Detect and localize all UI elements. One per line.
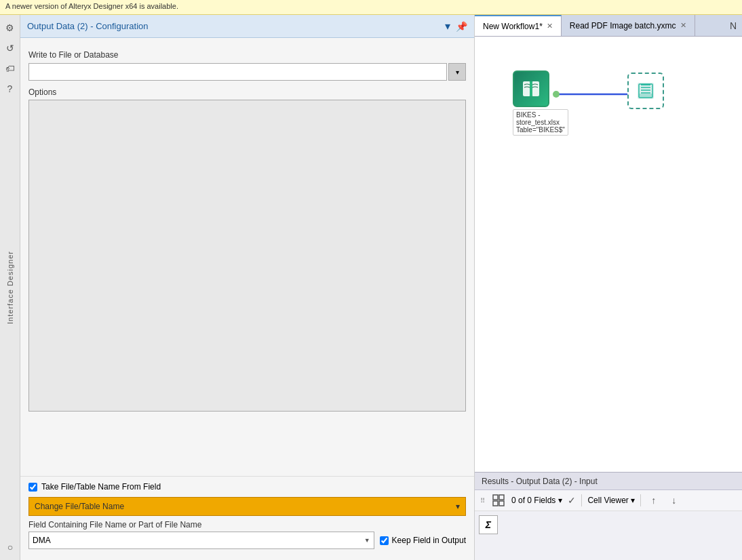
output-svg [635, 80, 657, 102]
grid-icon[interactable] [491, 493, 506, 508]
svg-rect-12 [639, 94, 652, 98]
file-dropdown-button[interactable]: ▾ [448, 63, 466, 81]
take-file-checkbox[interactable] [28, 483, 37, 492]
cell-viewer-dropdown[interactable]: Cell Viewer ▾ [587, 496, 634, 505]
sigma-button[interactable]: Σ [479, 515, 498, 534]
gear-icon[interactable]: ⚙ [3, 20, 18, 35]
config-pin-icon[interactable]: 📌 [456, 21, 467, 32]
field-select[interactable]: DMA [28, 532, 374, 549]
input-node-label: BIKES - store_test.xlsx Table="BIKES$" [513, 109, 568, 136]
svg-rect-3 [523, 81, 530, 96]
options-label: Options [28, 87, 466, 97]
results-header-text: Results - Output Data (2) - Input [482, 477, 598, 486]
tag-icon[interactable]: 🏷 [3, 61, 18, 76]
toolbar-divider2 [640, 494, 641, 506]
node-label-line2: store_test.xlsx [516, 119, 565, 126]
node-label-line1: BIKES - [516, 111, 565, 119]
write-to-label: Write to File or Database [28, 50, 466, 60]
keep-field-label: Keep Field in Output [392, 536, 466, 545]
banner-text: A newer version of Alteryx Designer x64 … [5, 2, 178, 10]
left-sidebar: Interface Designer ⚙ ↺ 🏷 ? ○ [0, 15, 20, 560]
fields-dropdown-arrow: ▾ [558, 496, 562, 505]
drag-handle: ⠿ [480, 496, 486, 506]
config-title: Output Data (2) - Configuration [27, 21, 148, 31]
field-containing-row: Field Containing File Name or Part of Fi… [28, 520, 466, 549]
change-file-label: Change File/Table Name [35, 502, 124, 511]
check-icon[interactable]: ✓ [568, 495, 576, 506]
svg-rect-5 [530, 81, 532, 96]
output-node[interactable] [627, 73, 664, 109]
change-file-dropdown[interactable]: Change File/Table Name ▾ [28, 497, 466, 516]
change-file-chevron: ▾ [456, 502, 460, 511]
file-input[interactable] [28, 63, 447, 81]
tab-read-pdf-label: Read PDF Image batch.yxmc [570, 21, 676, 31]
tab-more-icon[interactable]: N [724, 15, 742, 36]
bottom-section: Take File/Table Name From Field Change F… [20, 476, 474, 560]
book-svg [520, 78, 542, 100]
sidebar-label: Interface Designer [6, 251, 14, 324]
options-box [28, 100, 466, 412]
tab-new-workflow-close[interactable]: ✕ [547, 22, 553, 31]
update-banner: A newer version of Alteryx Designer x64 … [0, 0, 742, 15]
output-node-icon [627, 73, 664, 109]
tab-new-workflow-label: New Workflow1* [483, 22, 543, 31]
config-dropdown-icon[interactable]: ▾ [445, 20, 450, 33]
fields-count-text: 0 of 0 Fields [511, 496, 555, 505]
tab-read-pdf[interactable]: Read PDF Image batch.yxmc ✕ [562, 15, 695, 36]
results-toolbar: ⠿ 0 of 0 Fields ▾ ✓ [475, 490, 742, 511]
cell-viewer-arrow: ▾ [631, 496, 635, 505]
take-file-label: Take File/Table Name From Field [41, 482, 161, 492]
input-node[interactable]: BIKES - store_test.xlsx Table="BIKES$" [513, 71, 568, 136]
workflow-canvas[interactable]: BIKES - store_test.xlsx Table="BIKES$" [475, 37, 742, 472]
svg-rect-13 [493, 495, 498, 500]
cell-viewer-label: Cell Viewer [587, 496, 628, 505]
right-panel: New Workflow1* ✕ Read PDF Image batch.yx… [475, 15, 742, 560]
grid-svg [492, 494, 505, 506]
config-header: Output Data (2) - Configuration ▾ 📌 [20, 15, 474, 38]
keep-field-checkbox[interactable] [380, 536, 389, 545]
refresh-icon[interactable]: ↺ [3, 41, 18, 56]
svg-rect-15 [493, 501, 498, 506]
config-panel: Output Data (2) - Configuration ▾ 📌 Writ… [20, 15, 475, 560]
sigma-row: Σ [475, 511, 742, 538]
results-panel: Results - Output Data (2) - Input ⠿ 0 [475, 472, 742, 560]
config-header-icons: ▾ 📌 [445, 20, 467, 33]
input-node-icon [513, 71, 549, 107]
svg-rect-4 [532, 81, 539, 96]
fields-dropdown[interactable]: 0 of 0 Fields ▾ [511, 496, 562, 505]
field-containing-label: Field Containing File Name or Part of Fi… [28, 520, 466, 529]
svg-rect-14 [499, 495, 504, 500]
tab-read-pdf-close[interactable]: ✕ [680, 21, 686, 30]
take-file-checkbox-row: Take File/Table Name From Field [28, 482, 466, 492]
tab-new-workflow[interactable]: New Workflow1* ✕ [475, 15, 562, 36]
config-body: Write to File or Database ▾ Options [20, 38, 474, 476]
workflow-tabs: New Workflow1* ✕ Read PDF Image batch.yx… [475, 15, 742, 37]
toolbar-divider [581, 494, 582, 506]
sort-up-button[interactable]: ↑ [646, 493, 661, 508]
results-header: Results - Output Data (2) - Input [475, 473, 742, 490]
sort-down-button[interactable]: ↓ [667, 493, 682, 508]
circle-bottom-icon[interactable]: ○ [3, 540, 18, 555]
svg-rect-16 [499, 501, 504, 506]
sigma-label: Σ [486, 519, 491, 530]
keep-field-row: Keep Field in Output [380, 536, 466, 545]
field-select-row: DMA Keep Field in Output [28, 532, 466, 549]
node-label-line3: Table="BIKES$" [516, 126, 565, 134]
file-input-row: ▾ [28, 63, 466, 81]
help-icon[interactable]: ? [3, 81, 18, 96]
